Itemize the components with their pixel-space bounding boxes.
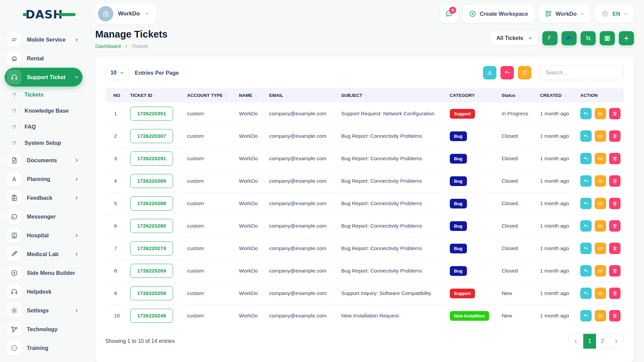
sort-icon[interactable]: ↑↓ xyxy=(477,94,479,98)
ticket-id-button[interactable]: 1726220291 xyxy=(130,152,173,166)
reply-button[interactable] xyxy=(580,175,592,187)
sort-icon[interactable]: ↑↓ xyxy=(518,94,520,98)
delete-button[interactable] xyxy=(609,265,621,277)
sidebar-item-support-ticket[interactable]: Support Ticket xyxy=(5,68,83,86)
workspace-selector[interactable]: WorkDo xyxy=(95,4,156,24)
view-button[interactable] xyxy=(595,108,606,119)
reply-button[interactable] xyxy=(580,108,592,119)
ticket-id-button[interactable]: 1726220274 xyxy=(130,241,173,255)
ticket-id-button[interactable]: 1726220269 xyxy=(130,264,173,278)
zendesk-button[interactable] xyxy=(581,31,596,45)
view-button[interactable] xyxy=(595,198,606,209)
reply-button[interactable] xyxy=(580,243,592,254)
column-header-email[interactable]: EMAIL↑↓ xyxy=(266,88,338,103)
pagination-page-2[interactable]: 2 xyxy=(596,334,609,349)
brand-logo[interactable]: DASH xyxy=(0,0,87,29)
google-drive-button[interactable] xyxy=(542,31,557,45)
sidebar-item-mobile-service[interactable]: Mobile Service xyxy=(5,30,83,49)
column-header-subject[interactable]: SUBJECT↑↓ xyxy=(338,88,446,103)
column-header-account-type[interactable]: ACCOUNT TYPE↑↓ xyxy=(184,88,236,103)
workspace-menu-button[interactable]: WorkDo xyxy=(539,5,590,23)
reply-button[interactable] xyxy=(580,153,592,164)
delete-button[interactable] xyxy=(609,220,621,232)
ticket-id-button[interactable]: 1726220307 xyxy=(130,129,173,143)
sidebar-item-messenger[interactable]: Messenger xyxy=(5,207,83,226)
sidebar-item-rental[interactable]: Rental xyxy=(5,49,83,68)
sidebar-item-training[interactable]: Training xyxy=(5,339,83,357)
column-header-category[interactable]: CATEGORY↑↓ xyxy=(446,88,498,103)
reply-button[interactable] xyxy=(580,265,592,277)
messages-button[interactable]: 0 xyxy=(440,5,458,23)
view-button[interactable] xyxy=(595,265,606,277)
column-header-status[interactable]: Status↑↓ xyxy=(498,88,537,103)
ticket-filter-dropdown[interactable]: All Tickets xyxy=(490,31,538,46)
sort-icon[interactable]: ↑↓ xyxy=(225,94,227,98)
view-button[interactable] xyxy=(595,243,606,254)
sort-icon[interactable]: ↑↓ xyxy=(285,94,287,98)
sort-icon[interactable]: ↑↓ xyxy=(564,94,566,98)
delete-button[interactable] xyxy=(609,130,621,142)
sidebar-subitem-system-setup[interactable]: System Setup xyxy=(5,135,83,151)
reply-button[interactable] xyxy=(580,288,592,299)
reply-button[interactable] xyxy=(580,198,592,209)
language-selector[interactable]: EN xyxy=(595,5,634,23)
ticket-id-button[interactable]: 1726220280 xyxy=(130,219,173,233)
sidebar-item-helpdesk[interactable]: Helpdesk xyxy=(5,282,83,301)
ticket-id-button[interactable]: 1726220289 xyxy=(130,174,173,188)
view-button[interactable] xyxy=(595,310,606,321)
column-header-name[interactable]: NAME↑↓ xyxy=(236,88,266,103)
sort-icon[interactable]: ↑↓ xyxy=(254,94,257,98)
create-workspace-button[interactable]: Create Workspace xyxy=(463,5,534,23)
sidebar-item-technology[interactable]: Technology xyxy=(5,320,83,339)
delete-button[interactable] xyxy=(609,310,621,321)
pagination-prev-button[interactable] xyxy=(569,334,583,349)
ticket-id-button[interactable]: 1726220351 xyxy=(130,107,173,121)
category-badge: New Installtion xyxy=(450,311,489,321)
entries-per-page-select[interactable]: 10 xyxy=(105,65,129,80)
sidebar-item-medical-lab[interactable]: Medical Lab xyxy=(5,245,83,263)
sidebar-subitem-knowledge-base[interactable]: Knowledge Base xyxy=(5,103,83,119)
delete-button[interactable] xyxy=(609,108,621,119)
sidebar-item-documents[interactable]: Documents xyxy=(5,151,83,170)
onedrive-button[interactable] xyxy=(561,31,577,45)
delete-button[interactable] xyxy=(609,198,621,209)
back-button[interactable] xyxy=(500,66,514,79)
sort-icon[interactable]: ↑↓ xyxy=(154,94,157,98)
sidebar-item-settings[interactable]: Settings xyxy=(5,301,83,320)
sidebar-item-side-menu-builder[interactable]: Side Menu Builder xyxy=(5,263,83,282)
pagination-page-1[interactable]: 1 xyxy=(583,334,596,349)
ticket-id-button[interactable]: 1726220246 xyxy=(130,309,173,323)
delete-button[interactable] xyxy=(609,153,621,164)
view-button[interactable] xyxy=(595,153,606,164)
cell-ticket-id: 1726220280 xyxy=(127,215,184,237)
view-button[interactable] xyxy=(595,220,606,232)
view-button[interactable] xyxy=(595,130,606,142)
delete-button[interactable] xyxy=(609,243,621,254)
ticket-id-button[interactable]: 1726220258 xyxy=(130,286,173,300)
sidebar-subitem-tickets[interactable]: Tickets xyxy=(5,86,83,103)
refresh-button[interactable] xyxy=(518,66,531,79)
view-button[interactable] xyxy=(595,288,606,299)
column-header-created[interactable]: CREATED↑↓ xyxy=(537,88,577,103)
breadcrumb-dashboard-link[interactable]: Dashboard xyxy=(95,43,121,49)
view-button[interactable] xyxy=(595,175,606,187)
export-button[interactable] xyxy=(483,66,496,79)
sidebar-subitem-faq[interactable]: FAQ xyxy=(5,119,83,135)
column-header-ticket-id[interactable]: TICKET ID↑↓ xyxy=(127,88,184,103)
reply-button[interactable] xyxy=(580,130,592,142)
reply-button[interactable] xyxy=(580,220,592,232)
grid-view-button[interactable] xyxy=(600,31,615,45)
chevron-down-icon xyxy=(74,75,79,80)
reply-button[interactable] xyxy=(580,310,592,321)
sidebar-item-planning[interactable]: Planning xyxy=(5,170,83,188)
ticket-id-button[interactable]: 1726220288 xyxy=(130,196,173,210)
delete-button[interactable] xyxy=(609,288,621,299)
pagination-next-button[interactable] xyxy=(609,334,624,349)
sidebar-item-feedback[interactable]: Feedback xyxy=(5,188,83,207)
delete-button[interactable] xyxy=(609,175,621,187)
search-input[interactable] xyxy=(539,65,624,80)
sidebar-item-hospital[interactable]: Hospital xyxy=(5,226,83,245)
column-header-no: NO xyxy=(105,88,127,103)
add-ticket-button[interactable] xyxy=(619,31,634,45)
sort-icon[interactable]: ↑↓ xyxy=(364,94,367,98)
